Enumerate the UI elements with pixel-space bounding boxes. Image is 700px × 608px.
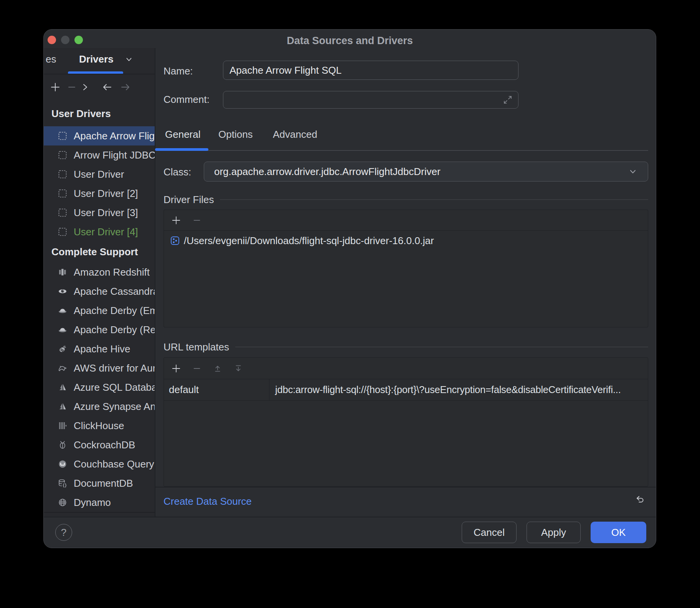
sidebar-item-azure-synapse[interactable]: Azure Synapse Analytics <box>44 397 155 416</box>
redshift-icon <box>58 267 68 277</box>
derby-hat-icon <box>58 306 68 316</box>
sidebar-item-user-driver[interactable]: User Driver <box>44 165 155 184</box>
class-dropdown[interactable]: org.apache.arrow.driver.jdbc.ArrowFlight… <box>204 162 648 182</box>
section-rule <box>220 199 648 200</box>
undo-icon[interactable] <box>635 495 646 506</box>
sidebar-item-cockroachdb[interactable]: CockroachDB <box>44 435 155 454</box>
sidebar-item-clickhouse[interactable]: ClickHouse <box>44 416 155 435</box>
documentdb-icon <box>58 478 68 488</box>
add-file-button[interactable] <box>171 215 182 226</box>
tab-advanced[interactable]: Advanced <box>273 129 317 140</box>
class-label: Class: <box>163 166 191 178</box>
footer-divider <box>44 517 656 517</box>
derby-hat-icon <box>58 325 68 335</box>
help-button[interactable]: ? <box>55 524 72 541</box>
url-templates-title: URL templates <box>163 341 229 353</box>
class-value: org.apache.arrow.driver.jdbc.ArrowFlight… <box>214 166 628 178</box>
chevron-down-icon[interactable] <box>124 55 134 64</box>
expand-editor-icon[interactable] <box>503 95 513 105</box>
expand-node-icon[interactable] <box>79 81 91 93</box>
dialog-title: Data Sources and Drivers <box>44 35 656 47</box>
sidebar-item-apache-hive[interactable]: Apache Hive <box>44 339 155 359</box>
name-input[interactable] <box>223 61 518 80</box>
apply-button[interactable]: Apply <box>527 522 581 543</box>
sidebar-item-documentdb[interactable]: DocumentDB <box>44 474 155 493</box>
cassandra-eye-icon <box>58 286 68 296</box>
back-button[interactable] <box>101 81 113 93</box>
sidebar-item-arrow-flight-jdbc[interactable]: Arrow Flight JDBC <box>44 145 155 165</box>
sidebar-divider[interactable] <box>155 48 155 517</box>
cockroachdb-icon <box>58 440 68 450</box>
azure-icon <box>58 401 68 411</box>
dynamo-icon <box>58 497 68 507</box>
move-up-button[interactable] <box>212 363 223 374</box>
remove-template-button[interactable] <box>192 363 202 374</box>
user-driver-icon <box>58 188 68 198</box>
tabs-bottom-border <box>155 150 648 151</box>
url-templates-section-header: URL templates <box>163 342 648 352</box>
sidebar-item-aws-driver[interactable]: AWS driver for Aurora MySQL <box>44 359 155 378</box>
create-data-source-link[interactable]: Create Data Source <box>163 496 252 507</box>
mysql-dolphin-icon <box>58 363 68 373</box>
url-template-value-cell[interactable]: jdbc:arrow-flight-sql://{host}:{port}\?u… <box>269 379 648 400</box>
forward-button[interactable] <box>120 81 131 93</box>
sidebar-item-amazon-redshift[interactable]: Amazon Redshift <box>44 263 155 282</box>
driver-files-section-header: Driver Files <box>163 194 648 205</box>
user-driver-icon <box>58 131 68 141</box>
tabbar-border <box>44 74 155 74</box>
user-drivers-header: User Drivers <box>51 105 111 122</box>
sidebar-item-user-driver-4[interactable]: User Driver [4] <box>44 222 155 241</box>
add-driver-button[interactable] <box>50 81 61 93</box>
tab-drivers[interactable]: Drivers <box>79 53 114 65</box>
sidebar-item-apache-cassandra[interactable]: Apache Cassandra <box>44 282 155 301</box>
tab-general[interactable]: General <box>165 129 201 140</box>
hive-bee-icon <box>58 344 68 354</box>
data-sources-dialog: Data Sources and Drivers es Drivers User… <box>43 29 656 548</box>
url-templates-panel: default jdbc:arrow-flight-sql://{host}:{… <box>163 357 648 487</box>
section-rule <box>235 347 648 347</box>
user-driver-icon <box>58 227 68 237</box>
url-template-row[interactable]: default jdbc:arrow-flight-sql://{host}:{… <box>164 379 648 401</box>
chevron-down-icon <box>628 167 638 177</box>
clickhouse-bars-icon <box>58 421 68 431</box>
create-row-divider <box>155 487 656 487</box>
couchbase-icon <box>58 459 68 469</box>
driver-file-row[interactable]: /Users/evgenii/Downloads/flight-sql-jdbc… <box>164 231 648 251</box>
jar-file-icon <box>170 236 180 246</box>
driver-file-path: /Users/evgenii/Downloads/flight-sql-jdbc… <box>184 235 434 247</box>
sidebar-item-user-driver-3[interactable]: User Driver [3] <box>44 203 155 222</box>
complete-support-header: Complete Support <box>51 243 138 261</box>
remove-file-button[interactable] <box>192 215 202 226</box>
user-driver-icon <box>58 150 68 160</box>
ok-button[interactable]: OK <box>591 522 646 543</box>
sidebar-item-dynamo[interactable]: Dynamo <box>44 493 155 512</box>
comment-label: Comment: <box>163 94 210 106</box>
user-driver-icon <box>58 208 68 218</box>
help-glyph: ? <box>61 527 66 539</box>
sidebar-item-user-driver-2[interactable]: User Driver [2] <box>44 184 155 203</box>
name-label: Name: <box>163 65 193 77</box>
driver-files-toolbar <box>164 210 648 231</box>
comment-input[interactable] <box>223 91 518 109</box>
driver-files-panel: /Users/evgenii/Downloads/flight-sql-jdbc… <box>163 210 648 327</box>
sidebar-item-apache-derby-remote[interactable]: Apache Derby (Remote) <box>44 320 155 339</box>
move-down-button[interactable] <box>233 363 244 374</box>
azure-icon <box>58 382 68 392</box>
url-template-name-cell[interactable]: default <box>164 379 269 400</box>
sidebar-bottom-divider <box>44 512 155 513</box>
add-template-button[interactable] <box>171 363 182 374</box>
general-tab-underline <box>155 148 208 151</box>
tab-data-sources-clipped[interactable]: es <box>46 53 59 65</box>
url-templates-toolbar <box>164 358 648 379</box>
sidebar-item-apache-arrow-flight-sql[interactable]: Apache Arrow Flight SQL <box>44 126 155 145</box>
remove-driver-button[interactable] <box>66 81 78 93</box>
tab-options[interactable]: Options <box>218 129 253 140</box>
driver-files-title: Driver Files <box>163 194 214 206</box>
user-driver-icon <box>58 169 68 179</box>
sidebar-item-couchbase-query[interactable]: Couchbase Query <box>44 454 155 474</box>
cancel-button[interactable]: Cancel <box>462 522 517 543</box>
sidebar-item-azure-sql-database[interactable]: Azure SQL Database <box>44 378 155 397</box>
sidebar-item-apache-derby-embedded[interactable]: Apache Derby (Embedded) <box>44 301 155 320</box>
